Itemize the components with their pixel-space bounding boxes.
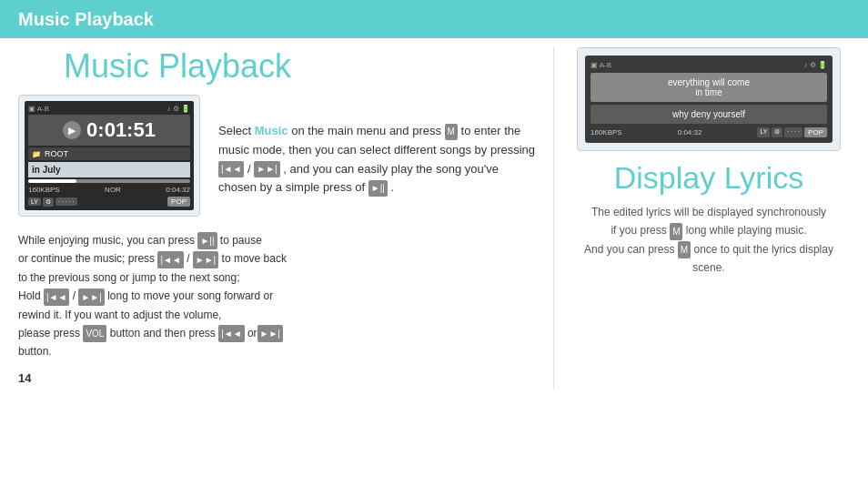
device-eq-btn: LY (28, 197, 41, 206)
device-mockup-right: ▣ A-B ♪ ⚙ 🔋 everything will come in time… (577, 47, 841, 151)
next-icon-bl: ►►| (193, 251, 218, 268)
prev-icon-vol: |◄◄ (218, 325, 244, 342)
page-heading: Music Playback (64, 47, 540, 86)
next-icon-desc: ►►| (254, 161, 279, 177)
bottom-left-line4: Hold |◄◄ / ►►| long to move your song fo… (18, 287, 540, 305)
header-bar: Music Playback (0, 0, 868, 38)
device-progress-bar (28, 179, 190, 183)
device-format: NOR (105, 186, 121, 194)
bottom-left-line3: to the previous song or jump to the next… (18, 268, 540, 287)
device-right-eq: LY (757, 127, 770, 137)
top-section: ▣ A-B ♪ ⚙ 🔋 ▶ 0:01:51 📁 ROOT in July (18, 95, 540, 217)
device-duration: 0:04:32 (166, 186, 190, 194)
device-extra-btn: ⚙ (43, 197, 54, 207)
main-content: Music Playback ▣ A-B ♪ ⚙ 🔋 ▶ 0:01:51 (0, 38, 868, 398)
bottom-right-line3: And you can press M once to quit the lyr… (568, 240, 850, 278)
music-highlight: Music (255, 124, 288, 137)
vol-icon: VOL (83, 325, 106, 342)
description-text: Select Music on the main menu and press … (218, 95, 540, 197)
device-track-info: ▣ A-B (28, 105, 49, 113)
device-root-icon: 📁 (32, 150, 41, 158)
device-right-dots: · · · · (784, 127, 802, 137)
header-title: Music Playback (18, 9, 154, 30)
device-right-bitrate: 160KBPS (590, 128, 622, 137)
next-icon-vol: ►►| (257, 325, 283, 342)
device-right-top: ▣ A-B ♪ ⚙ 🔋 (590, 61, 827, 69)
hold-prev-icon: |◄◄ (44, 289, 69, 306)
page-number: 14 (18, 369, 540, 389)
device-progress-fill (28, 179, 76, 183)
left-column: Music Playback ▣ A-B ♪ ⚙ 🔋 ▶ 0:01:51 (18, 47, 540, 389)
device-root-label: ROOT (45, 149, 68, 158)
hold-next-icon: ►►| (78, 289, 104, 306)
bottom-right-line2: if you press M long while playing music. (568, 221, 850, 239)
column-divider (553, 47, 554, 389)
bottom-right-text: The edited lyrics will be displayed sync… (568, 203, 850, 278)
bottom-right-line1: The edited lyrics will be displayed sync… (568, 203, 850, 221)
device-right-info: 160KBPS 0:04:32 LY ⚙ · · · · POP (590, 127, 827, 137)
bottom-left-line6: please press VOL button and then press |… (18, 324, 540, 342)
device-right-controls: LY ⚙ · · · · POP (757, 127, 827, 137)
device-play-icon: ▶ (63, 121, 81, 139)
device-btn-group: LY ⚙ · · · · · (28, 197, 77, 207)
device-right-duration: 0:04:32 (678, 128, 702, 137)
device-genre-badge: POP (167, 197, 190, 207)
bottom-left-line1: While enjoying music, you can press ►|| … (18, 231, 540, 249)
device-top-bar: ▣ A-B ♪ ⚙ 🔋 (28, 105, 190, 113)
device-root-bar: 📁 ROOT (28, 147, 190, 160)
m-icon-quit: M (678, 241, 691, 258)
device-info-bar: 160KBPS NOR 0:04:32 (28, 186, 190, 194)
right-column: ▣ A-B ♪ ⚙ 🔋 everything will come in time… (568, 47, 850, 389)
device-dots-btn: · · · · · (56, 197, 77, 206)
bottom-left-line7: button. (18, 342, 540, 360)
bottom-left-line2: or continue the music; press |◄◄ / ►►| t… (18, 249, 540, 268)
bottom-left-text: While enjoying music, you can press ►|| … (18, 231, 540, 389)
device-screen-left: ▣ A-B ♪ ⚙ 🔋 ▶ 0:01:51 📁 ROOT in July (25, 101, 194, 210)
device-right-trackinfo: ▣ A-B (590, 61, 611, 69)
pause-icon: ►|| (197, 232, 217, 249)
prev-icon-bl: |◄◄ (157, 251, 183, 268)
device-screen-right: ▣ A-B ♪ ⚙ 🔋 everything will come in time… (585, 56, 833, 143)
device-time-display: ▶ 0:01:51 (28, 115, 190, 146)
device-bottom-controls: LY ⚙ · · · · · POP (28, 197, 190, 207)
device-bitrate: 160KBPS (28, 186, 60, 194)
device-song-label: in July (28, 162, 190, 177)
play-icon-desc: ►|| (368, 180, 388, 197)
display-lyrics-heading: Display Lyrics (614, 160, 803, 196)
device-right-genre: POP (804, 127, 827, 137)
bottom-left-line5: rewind it. If you want to adjust the vol… (18, 306, 540, 324)
lyrics-line3: why deny yourself (590, 105, 827, 124)
m-icon-desc: M (445, 124, 458, 140)
device-right-icons: ♪ ⚙ 🔋 (804, 61, 827, 69)
m-icon-lyrics: M (670, 223, 682, 240)
device-icons: ♪ ⚙ 🔋 (167, 105, 190, 113)
device-right-extra: ⚙ (772, 127, 782, 137)
lyrics-line1: everything will come in time (590, 73, 827, 102)
device-mockup-left: ▣ A-B ♪ ⚙ 🔋 ▶ 0:01:51 📁 ROOT in July (18, 95, 200, 217)
prev-icon-desc: |◄◄ (218, 161, 244, 177)
